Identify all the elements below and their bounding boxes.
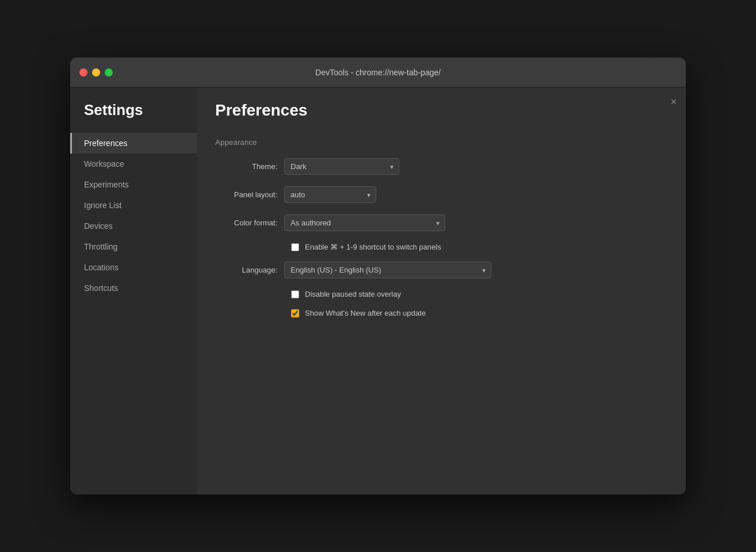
main-header: Preferences × — [197, 87, 686, 129]
color-format-select[interactable]: As authored HEX RGB HSL — [284, 214, 445, 231]
theme-label: Theme: — [215, 162, 284, 171]
theme-select-wrapper: Default Dark Light — [284, 158, 399, 175]
main-content: Appearance Theme: Default Dark Light Pan… — [197, 129, 686, 494]
sidebar: Settings Preferences Workspace Experimen… — [70, 87, 197, 494]
cmd-shortcut-checkbox[interactable] — [291, 243, 299, 251]
minimize-button[interactable] — [92, 68, 100, 76]
language-select-wrapper: English (US) - English (US) Deutsch Espa… — [284, 262, 491, 278]
sidebar-item-ignore-list[interactable]: Ignore List — [70, 195, 197, 216]
show-whats-new-row: Show What's New after each update — [215, 309, 667, 317]
titlebar: DevTools - chrome://new-tab-page/ — [70, 57, 686, 87]
sidebar-item-experiments[interactable]: Experiments — [70, 174, 197, 195]
language-label: Language: — [215, 266, 284, 274]
show-whats-new-checkbox[interactable] — [291, 309, 299, 317]
theme-row: Theme: Default Dark Light — [215, 158, 667, 175]
content-area: Settings Preferences Workspace Experimen… — [70, 87, 686, 494]
window-title: DevTools - chrome://new-tab-page/ — [315, 68, 441, 77]
sidebar-item-devices[interactable]: Devices — [70, 216, 197, 236]
appearance-section-title: Appearance — [215, 138, 667, 147]
page-title: Preferences — [215, 101, 667, 120]
show-whats-new-label: Show What's New after each update — [305, 309, 426, 317]
panel-layout-select[interactable]: auto horizontal vertical — [284, 186, 376, 203]
panel-layout-row: Panel layout: auto horizontal vertical — [215, 186, 667, 203]
sidebar-item-preferences[interactable]: Preferences — [70, 133, 197, 154]
language-row: Language: English (US) - English (US) De… — [215, 262, 667, 278]
disable-paused-row: Disable paused state overlay — [215, 290, 667, 298]
disable-paused-checkbox[interactable] — [291, 290, 299, 298]
sidebar-item-shortcuts[interactable]: Shortcuts — [70, 278, 197, 298]
sidebar-item-throttling[interactable]: Throttling — [70, 236, 197, 257]
main-panel: Preferences × Appearance Theme: Default … — [197, 87, 686, 494]
maximize-button[interactable] — [105, 68, 113, 76]
cmd-shortcut-row: Enable ⌘ + 1-9 shortcut to switch panels — [215, 243, 667, 251]
close-button[interactable] — [79, 68, 87, 76]
cmd-shortcut-label: Enable ⌘ + 1-9 shortcut to switch panels — [305, 243, 441, 251]
traffic-lights — [79, 68, 113, 76]
color-format-row: Color format: As authored HEX RGB HSL — [215, 214, 667, 231]
theme-select[interactable]: Default Dark Light — [284, 158, 399, 175]
sidebar-heading: Settings — [70, 101, 197, 133]
panel-layout-label: Panel layout: — [215, 190, 284, 199]
language-select[interactable]: English (US) - English (US) Deutsch Espa… — [284, 262, 491, 278]
panel-layout-select-wrapper: auto horizontal vertical — [284, 186, 376, 203]
color-format-select-wrapper: As authored HEX RGB HSL — [284, 214, 445, 231]
sidebar-item-locations[interactable]: Locations — [70, 257, 197, 278]
close-icon[interactable]: × — [670, 97, 677, 107]
devtools-window: DevTools - chrome://new-tab-page/ Settin… — [70, 57, 686, 494]
sidebar-item-workspace[interactable]: Workspace — [70, 154, 197, 174]
disable-paused-label: Disable paused state overlay — [305, 290, 401, 298]
color-format-label: Color format: — [215, 218, 284, 227]
